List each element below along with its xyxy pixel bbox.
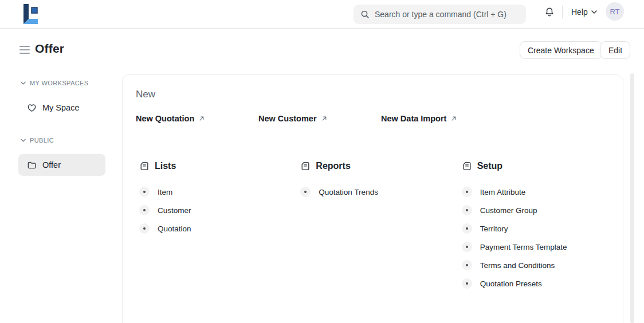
document-icon xyxy=(300,161,311,171)
link-item[interactable]: Item Attribute xyxy=(462,183,623,201)
link-item[interactable]: Item xyxy=(139,183,300,201)
column-title: Lists xyxy=(155,161,176,171)
shortcut-new-quotation[interactable]: New Quotation xyxy=(136,114,258,123)
shortcut-label: New Data Import xyxy=(381,114,446,123)
link-item[interactable]: Quotation Trends xyxy=(300,183,461,201)
column-title: Reports xyxy=(316,161,350,171)
bullet-icon xyxy=(139,205,150,215)
column-reports: Reports Quotation Trends xyxy=(300,161,461,293)
column-header: Lists xyxy=(139,161,300,171)
heart-icon xyxy=(27,103,37,113)
global-search-input[interactable]: Search or type a command (Ctrl + G) xyxy=(354,5,526,24)
new-section-title: New xyxy=(136,89,623,100)
bullet-icon xyxy=(462,278,472,289)
user-avatar[interactable]: RT xyxy=(606,2,624,21)
arrow-up-right-icon xyxy=(198,115,205,122)
edit-button[interactable]: Edit xyxy=(600,41,630,59)
bullet-icon xyxy=(139,187,150,197)
top-bar: Search or type a command (Ctrl + G) Help… xyxy=(0,0,644,29)
link-columns: Lists Item Customer Quotation xyxy=(139,161,623,293)
section-label-text: MY WORKSPACES xyxy=(30,80,89,86)
bullet-icon xyxy=(139,223,150,234)
create-workspace-button[interactable]: Create Workspace xyxy=(520,41,602,59)
bullet-icon xyxy=(300,187,311,197)
shortcut-label: New Quotation xyxy=(136,114,194,123)
document-icon xyxy=(462,161,472,171)
chevron-down-icon xyxy=(21,81,26,85)
search-placeholder: Search or type a command (Ctrl + G) xyxy=(375,10,506,19)
vertical-scrollbar[interactable] xyxy=(630,73,634,323)
column-title: Setup xyxy=(477,161,502,171)
search-icon xyxy=(360,10,370,19)
topbar-divider xyxy=(562,6,563,18)
shortcut-new-data-import[interactable]: New Data Import xyxy=(381,114,504,123)
column-header: Setup xyxy=(462,161,623,171)
link-item[interactable]: Quotation xyxy=(139,219,300,238)
bullet-icon xyxy=(462,260,472,270)
sidebar-section-public[interactable]: PUBLIC xyxy=(21,137,54,144)
link-item[interactable]: Quotation Presets xyxy=(462,274,623,293)
column-header: Reports xyxy=(300,161,461,171)
sidebar-item-label: Offer xyxy=(42,160,61,170)
arrow-up-right-icon xyxy=(321,115,328,122)
notifications-bell-icon[interactable] xyxy=(542,5,557,19)
link-item[interactable]: Customer xyxy=(139,201,300,219)
workspace-card: New New Quotation New Customer New Data … xyxy=(122,74,623,323)
section-label-text: PUBLIC xyxy=(30,137,54,144)
sidebar-section-my-workspaces[interactable]: MY WORKSPACES xyxy=(21,80,89,86)
link-item[interactable]: Customer Group xyxy=(462,201,623,219)
arrow-up-right-icon xyxy=(450,115,457,122)
folder-icon xyxy=(27,160,37,170)
document-icon xyxy=(139,161,150,171)
sidebar-item-my-space[interactable]: My Space xyxy=(18,97,105,119)
shortcut-new-customer[interactable]: New Customer xyxy=(258,114,381,123)
chevron-down-icon xyxy=(21,139,26,142)
column-items: Item Customer Quotation xyxy=(139,183,300,238)
bullet-icon xyxy=(462,242,472,252)
bullet-icon xyxy=(462,205,472,215)
link-item[interactable]: Territory xyxy=(462,219,623,238)
shortcut-row: New Quotation New Customer New Data Impo… xyxy=(136,114,623,123)
sidebar-toggle-icon[interactable] xyxy=(19,46,30,54)
chevron-down-icon xyxy=(591,10,597,14)
bullet-icon xyxy=(462,223,472,234)
shortcut-label: New Customer xyxy=(258,114,317,123)
column-items: Quotation Trends xyxy=(300,183,461,201)
help-menu[interactable]: Help xyxy=(571,6,597,18)
bullet-icon xyxy=(462,187,472,197)
link-item[interactable]: Payment Terms Template xyxy=(462,238,623,256)
app-logo-icon[interactable] xyxy=(19,3,42,26)
help-label: Help xyxy=(571,7,588,17)
column-lists: Lists Item Customer Quotation xyxy=(139,161,300,293)
avatar-initials: RT xyxy=(610,7,619,16)
sidebar-item-label: My Space xyxy=(42,103,79,112)
column-setup: Setup Item Attribute Customer Group Terr… xyxy=(462,161,623,293)
column-items: Item Attribute Customer Group Territory … xyxy=(462,183,623,293)
link-item[interactable]: Terms and Conditions xyxy=(462,256,623,274)
page-title: Offer xyxy=(35,42,64,56)
sidebar-item-offer[interactable]: Offer xyxy=(18,154,105,176)
